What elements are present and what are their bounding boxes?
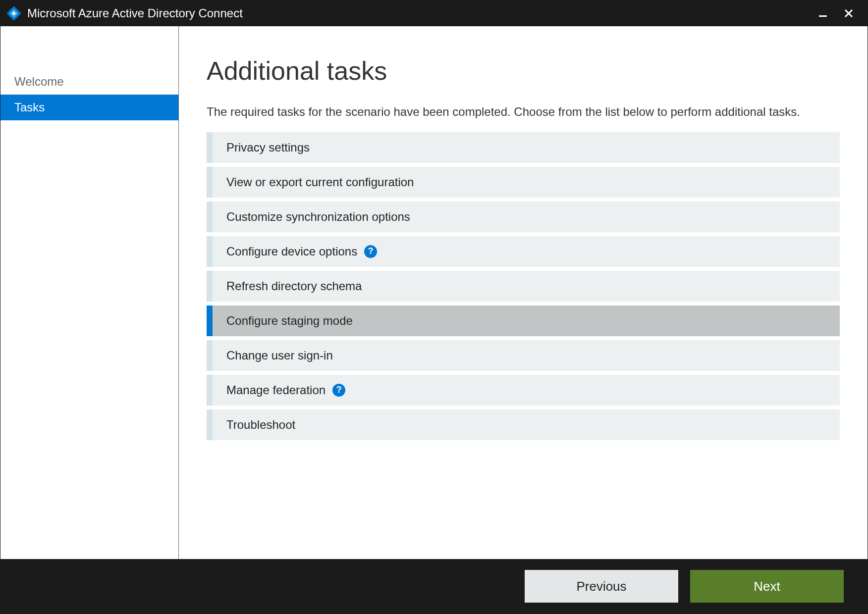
window-title: Microsoft Azure Active Directory Connect bbox=[27, 6, 816, 20]
page-title: Additional tasks bbox=[207, 56, 840, 86]
task-label: Configure device options bbox=[226, 245, 357, 258]
task-configure-device-options[interactable]: Configure device options ? bbox=[207, 236, 840, 267]
svg-rect-3 bbox=[819, 15, 827, 17]
page-description: The required tasks for the scenario have… bbox=[207, 103, 840, 120]
window-controls bbox=[816, 6, 864, 20]
minimize-button[interactable] bbox=[816, 6, 830, 20]
task-change-user-signin[interactable]: Change user sign-in bbox=[207, 340, 840, 371]
task-view-export-config[interactable]: View or export current configuration bbox=[207, 167, 840, 198]
task-accent-bar bbox=[207, 306, 213, 336]
previous-button[interactable]: Previous bbox=[525, 570, 678, 603]
task-list: Privacy settings View or export current … bbox=[207, 132, 840, 440]
app-window: Microsoft Azure Active Directory Connect… bbox=[0, 0, 868, 614]
task-privacy-settings[interactable]: Privacy settings bbox=[207, 132, 840, 163]
main-panel: Additional tasks The required tasks for … bbox=[179, 26, 868, 559]
task-accent-bar bbox=[207, 132, 213, 163]
task-label: Privacy settings bbox=[226, 141, 310, 154]
task-accent-bar bbox=[207, 236, 213, 267]
azure-logo-icon bbox=[6, 6, 21, 21]
task-refresh-schema[interactable]: Refresh directory schema bbox=[207, 271, 840, 302]
titlebar: Microsoft Azure Active Directory Connect bbox=[0, 0, 868, 26]
task-accent-bar bbox=[207, 202, 213, 232]
close-button[interactable] bbox=[842, 6, 856, 20]
sidebar-item-welcome[interactable]: Welcome bbox=[0, 69, 178, 95]
task-label: Customize synchronization options bbox=[226, 210, 410, 224]
next-button[interactable]: Next bbox=[690, 570, 844, 603]
sidebar-item-label: Welcome bbox=[14, 75, 64, 89]
task-manage-federation[interactable]: Manage federation ? bbox=[207, 375, 840, 406]
task-accent-bar bbox=[207, 340, 213, 371]
task-troubleshoot[interactable]: Troubleshoot bbox=[207, 409, 840, 440]
task-accent-bar bbox=[207, 409, 213, 440]
task-accent-bar bbox=[207, 167, 213, 198]
task-label: Refresh directory schema bbox=[226, 279, 362, 293]
sidebar-item-label: Tasks bbox=[14, 101, 45, 114]
task-label: Configure staging mode bbox=[226, 314, 353, 328]
content-area: Welcome Tasks Additional tasks The requi… bbox=[0, 26, 868, 559]
sidebar-item-tasks[interactable]: Tasks bbox=[0, 95, 178, 120]
task-configure-staging-mode[interactable]: Configure staging mode bbox=[207, 306, 840, 336]
help-icon[interactable]: ? bbox=[332, 384, 345, 397]
task-customize-sync[interactable]: Customize synchronization options bbox=[207, 202, 840, 232]
sidebar: Welcome Tasks bbox=[0, 26, 179, 559]
footer: Previous Next bbox=[0, 559, 868, 614]
task-accent-bar bbox=[207, 375, 213, 406]
task-accent-bar bbox=[207, 271, 213, 302]
task-label: Change user sign-in bbox=[226, 349, 333, 362]
help-icon[interactable]: ? bbox=[364, 245, 377, 258]
task-label: Manage federation bbox=[226, 383, 326, 397]
task-label: Troubleshoot bbox=[226, 418, 295, 432]
task-label: View or export current configuration bbox=[226, 175, 414, 189]
